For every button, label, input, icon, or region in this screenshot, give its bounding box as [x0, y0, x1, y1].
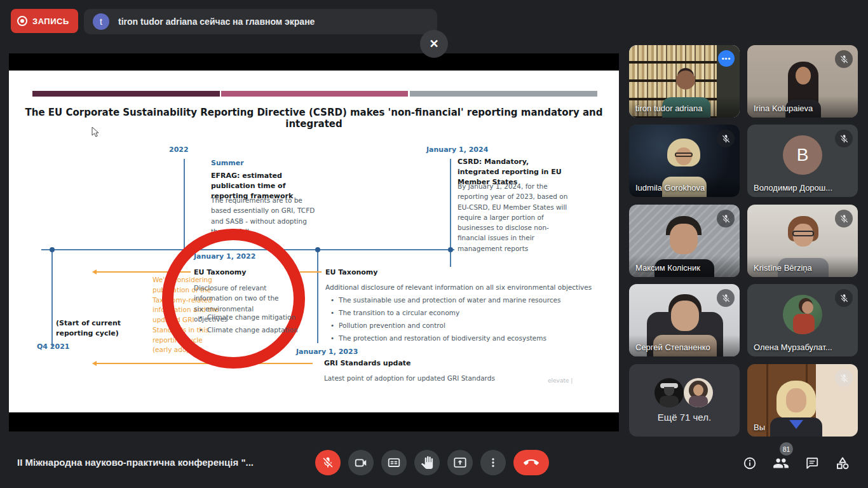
overflow-avatar-1 — [654, 378, 684, 407]
participant-tile-maksym-kolisnyk[interactable]: Максим Колісник — [629, 205, 740, 277]
activities-button[interactable] — [834, 455, 851, 471]
mic-muted-icon — [835, 50, 853, 68]
recording-chip[interactable]: ЗАПИСЬ — [11, 9, 78, 33]
tile-more-options-icon[interactable]: ••• — [718, 50, 735, 67]
timeline-node — [315, 247, 320, 252]
bullet-item: The sustainable use and protection of wa… — [330, 296, 560, 304]
record-icon — [17, 16, 27, 26]
avatar-face — [664, 387, 674, 396]
gri-heading: GRI Standards update — [324, 358, 411, 369]
participant-count-badge: 81 — [780, 442, 793, 456]
timeline-node — [50, 247, 55, 252]
camera-icon — [354, 456, 368, 470]
participant-tile-irina-kolupaieva[interactable]: Irina Kolupaieva — [747, 45, 858, 118]
present-icon — [453, 456, 467, 470]
date-jan-2022: January 1, 2022 — [194, 252, 255, 261]
participant-name: Kristīne Bērziņa — [754, 263, 812, 273]
raise-hand-button[interactable] — [414, 450, 440, 475]
start-cycle-label: (Start of current reporting cycle) — [56, 318, 133, 339]
mic-muted-icon — [717, 210, 735, 227]
participant-name: Irina Kolupaieva — [754, 104, 813, 113]
participant-name: Максим Колісник — [635, 263, 700, 273]
date-2022: 2022 — [169, 146, 189, 154]
more-vert-icon — [487, 457, 499, 468]
avatar-clothes — [793, 314, 815, 334]
leave-call-button[interactable] — [513, 450, 549, 475]
mic-toggle-button[interactable] — [315, 450, 341, 475]
chat-panel-button[interactable] — [804, 455, 820, 471]
camera-toggle-button[interactable] — [348, 450, 374, 475]
bullet-item: The protection and restoration of biodiv… — [330, 334, 560, 342]
presentation-slide: The EU Corporate Sustainability Reportin… — [9, 71, 619, 412]
recording-label: ЗАПИСЬ — [32, 17, 69, 26]
captions-icon — [387, 456, 401, 470]
self-name: Вы — [754, 423, 765, 432]
info-icon — [743, 456, 757, 470]
self-view-tile[interactable]: Вы — [747, 364, 858, 437]
chat-icon — [805, 456, 819, 470]
eu-taxonomy-left-heading: EU Taxonomy — [194, 268, 246, 278]
mic-muted-icon — [835, 130, 853, 147]
presenter-avatar: t — [93, 13, 109, 30]
person-glasses — [675, 152, 693, 157]
overflow-avatar-2 — [684, 378, 713, 407]
bullet-item: Climate change mitigation — [199, 313, 298, 321]
slide-accent-bar-1 — [32, 91, 220, 97]
more-participants-tile[interactable]: Ещё 71 чел. — [629, 364, 740, 437]
season-summer: Summer — [211, 159, 244, 167]
avatar-face — [693, 384, 703, 396]
slide-title: The EU Corporate Sustainability Reportin… — [9, 107, 619, 130]
date-jan-2023: January 1, 2023 — [296, 348, 358, 356]
csrd-body: By January 1, 2024, for the reporting ye… — [458, 181, 571, 254]
person-head — [670, 224, 698, 254]
slide-watermark: elevate | — [548, 377, 573, 384]
meeting-title: ІІ Міжнародна науково-практична конферен… — [17, 457, 254, 468]
person-head — [796, 67, 811, 85]
participant-name: Володимир Дорош... — [754, 183, 832, 193]
orange-arrow-line — [300, 271, 322, 273]
gri-body: Latest point of adoption for updated GRI… — [324, 373, 515, 383]
participant-name: Олена Мурзабулат... — [754, 342, 832, 352]
eu-taxonomy-left-bullets: Climate change mitigation Climate change… — [199, 313, 298, 339]
timeline-tick-eutax — [317, 250, 318, 343]
bullet-item: Pollution prevention and control — [330, 322, 560, 329]
people-icon — [773, 455, 789, 471]
more-participants-count: Ещё 71 чел. — [629, 412, 740, 423]
activities-icon — [835, 456, 850, 471]
date-q4-2021: Q4 2021 — [37, 342, 69, 351]
mic-muted-icon — [835, 369, 853, 387]
present-button[interactable] — [447, 450, 473, 475]
bullet-item: Climate change adaptation — [199, 326, 298, 334]
close-presentation-button[interactable]: ✕ — [420, 30, 448, 58]
mic-muted-icon — [717, 130, 735, 147]
participant-tile-volodymyr-dorosh[interactable]: B Володимир Дорош... — [747, 125, 858, 197]
participant-tile-iudmila-gorokhova[interactable]: Iudmila Gorokhova — [629, 125, 740, 197]
shared-screen-area: The EU Corporate Sustainability Reportin… — [9, 53, 619, 431]
participant-tile-olena-murzabulat[interactable]: Олена Мурзабулат... — [747, 284, 858, 356]
person-head — [671, 301, 699, 331]
eu-taxonomy-right-bullets: The sustainable use and protection of wa… — [330, 296, 560, 347]
participant-name: Сергей Степаненко — [635, 342, 710, 352]
participant-letter-avatar: B — [783, 135, 822, 175]
presenting-status-text: tiron tudor adriana сейчас на главном эк… — [118, 17, 315, 27]
avatar-body — [689, 396, 708, 407]
eu-taxonomy-right-body: Additional disclosure of relevant inform… — [325, 282, 599, 292]
mic-off-icon — [322, 456, 334, 469]
avatar-body — [660, 396, 679, 407]
call-end-icon — [524, 455, 539, 470]
participant-tile-sergey-stepanenko[interactable]: Сергей Степаненко — [629, 284, 740, 356]
meeting-details-button[interactable] — [742, 455, 758, 471]
slide-accent-bar-2 — [221, 91, 408, 97]
person-head — [786, 388, 806, 412]
orange-arrow-head — [92, 269, 97, 274]
bullet-item: The transition to a circular economy — [330, 309, 560, 316]
participants-panel-button[interactable] — [773, 455, 789, 471]
mic-muted-icon — [835, 289, 853, 307]
participant-name: tiron tudor adriana — [635, 104, 703, 113]
participant-tile-tiron-tudor-adriana[interactable]: ••• tiron tudor adriana — [629, 45, 740, 118]
mic-muted-icon — [835, 210, 853, 227]
captions-button[interactable] — [381, 450, 407, 475]
participant-tile-kristine-berzina[interactable]: Kristīne Bērziņa — [747, 205, 858, 277]
eu-taxonomy-right-heading: EU Taxonomy — [325, 268, 377, 278]
more-options-button[interactable] — [480, 450, 506, 475]
